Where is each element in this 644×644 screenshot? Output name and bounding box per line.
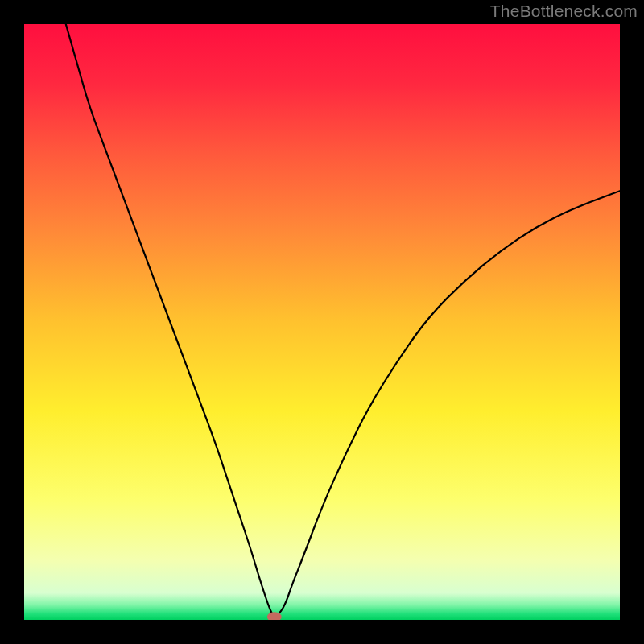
chart-frame: TheBottleneck.com [0,0,644,644]
chart-svg [24,24,620,620]
attribution-label: TheBottleneck.com [490,2,638,21]
chart-background [24,24,620,620]
plot-area [24,24,620,620]
